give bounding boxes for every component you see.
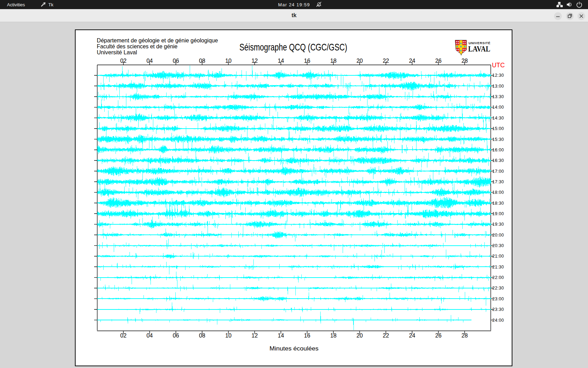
svg-text:13:30: 13:30	[492, 94, 504, 99]
svg-text:22:30: 22:30	[492, 286, 504, 291]
svg-text:Séismographe QCQ (CGC/GSC): Séismographe QCQ (CGC/GSC)	[239, 42, 347, 53]
svg-text:02: 02	[120, 57, 126, 64]
svg-text:18:30: 18:30	[492, 201, 504, 206]
svg-text:Minutes écoulées: Minutes écoulées	[270, 345, 318, 352]
svg-text:12: 12	[251, 332, 258, 339]
svg-text:18: 18	[330, 57, 336, 64]
svg-text:19:30: 19:30	[492, 222, 504, 227]
svg-text:14: 14	[278, 332, 284, 339]
svg-text:14:00: 14:00	[492, 105, 504, 110]
svg-text:24: 24	[409, 332, 415, 339]
svg-text:10: 10	[225, 332, 231, 339]
svg-text:17:00: 17:00	[492, 169, 504, 174]
svg-text:24: 24	[409, 57, 415, 64]
svg-text:20: 20	[356, 57, 363, 64]
svg-text:LAVAL: LAVAL	[468, 44, 490, 53]
svg-text:22:00: 22:00	[492, 275, 504, 280]
svg-text:12: 12	[251, 57, 258, 64]
svg-text:21:00: 21:00	[492, 254, 504, 259]
svg-text:02: 02	[120, 332, 126, 339]
svg-text:06: 06	[173, 332, 179, 339]
svg-text:21:30: 21:30	[492, 265, 504, 270]
svg-text:16: 16	[304, 57, 310, 64]
svg-text:26: 26	[435, 57, 441, 64]
svg-text:16:00: 16:00	[492, 148, 504, 152]
svg-text:18:00: 18:00	[492, 190, 504, 195]
svg-text:23:00: 23:00	[492, 297, 504, 301]
svg-text:12:30: 12:30	[492, 73, 504, 78]
svg-text:04: 04	[146, 332, 153, 339]
svg-text:Tk: Tk	[48, 2, 54, 7]
svg-text:16:30: 16:30	[492, 158, 504, 163]
svg-text:04: 04	[146, 57, 153, 64]
svg-text:08: 08	[199, 57, 205, 64]
svg-text:26: 26	[435, 332, 441, 339]
svg-text:15:30: 15:30	[492, 137, 504, 142]
svg-text:06: 06	[173, 57, 179, 64]
svg-text:14: 14	[278, 57, 284, 64]
svg-text:22: 22	[383, 332, 389, 339]
svg-text:UTC: UTC	[492, 61, 505, 69]
svg-text:Mar 24 19:59: Mar 24 19:59	[278, 2, 310, 7]
svg-text:24:00: 24:00	[492, 318, 504, 323]
svg-text:20: 20	[356, 332, 363, 339]
svg-text:Activities: Activities	[7, 2, 25, 7]
svg-text:20:00: 20:00	[492, 233, 504, 238]
svg-text:23:30: 23:30	[492, 307, 504, 312]
svg-text:15:00: 15:00	[492, 126, 504, 131]
svg-text:19:00: 19:00	[492, 211, 504, 216]
svg-text:28: 28	[461, 332, 468, 339]
svg-text:18: 18	[330, 332, 336, 339]
svg-text:Département de géologie et de: Département de géologie et de génie géol…	[97, 37, 218, 44]
svg-text:14:30: 14:30	[492, 116, 504, 121]
svg-text:16: 16	[304, 332, 310, 339]
svg-text:17:30: 17:30	[492, 179, 504, 184]
svg-text:22: 22	[383, 57, 389, 64]
svg-text:Université Laval: Université Laval	[97, 49, 137, 56]
svg-text:13:00: 13:00	[492, 84, 504, 89]
svg-text:08: 08	[199, 332, 205, 339]
svg-text:20:30: 20:30	[492, 243, 504, 248]
svg-text:28: 28	[461, 57, 468, 64]
svg-text:10: 10	[225, 57, 231, 64]
